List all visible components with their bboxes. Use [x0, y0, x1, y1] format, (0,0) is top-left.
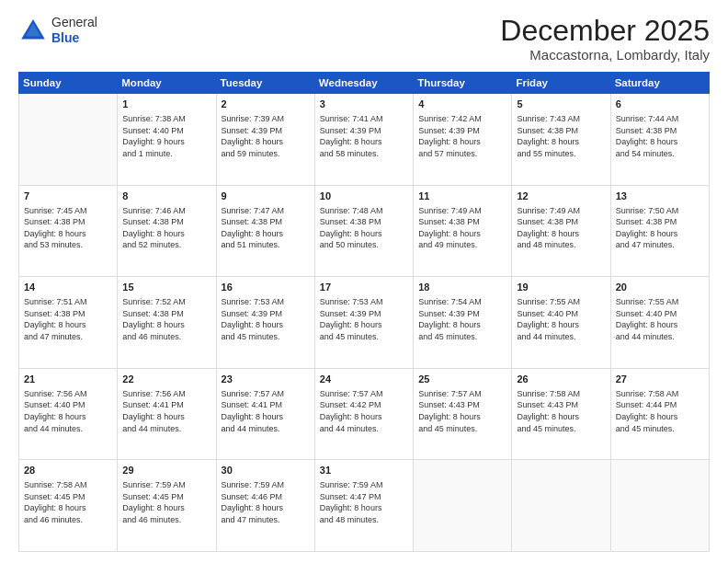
- calendar-cell: 5Sunrise: 7:43 AM Sunset: 4:38 PM Daylig…: [512, 94, 610, 186]
- calendar-cell: 19Sunrise: 7:55 AM Sunset: 4:40 PM Dayli…: [512, 277, 610, 369]
- day-info: Sunrise: 7:41 AM Sunset: 4:39 PM Dayligh…: [320, 113, 408, 159]
- calendar-cell: 20Sunrise: 7:55 AM Sunset: 4:40 PM Dayli…: [610, 277, 709, 369]
- day-info: Sunrise: 7:56 AM Sunset: 4:40 PM Dayligh…: [24, 388, 112, 434]
- calendar-cell: 22Sunrise: 7:56 AM Sunset: 4:41 PM Dayli…: [118, 368, 216, 460]
- day-number: 6: [616, 98, 704, 111]
- calendar-cell: 4Sunrise: 7:42 AM Sunset: 4:39 PM Daylig…: [414, 94, 512, 186]
- header-day-friday: Friday: [512, 73, 610, 94]
- day-number: 24: [320, 373, 408, 386]
- day-number: 18: [418, 281, 506, 294]
- day-number: 1: [122, 98, 210, 111]
- day-number: 16: [222, 281, 310, 294]
- week-row-3: 14Sunrise: 7:51 AM Sunset: 4:38 PM Dayli…: [19, 277, 710, 369]
- logo: General Blue: [18, 15, 97, 46]
- day-number: 3: [320, 98, 408, 111]
- calendar-cell: 31Sunrise: 7:59 AM Sunset: 4:47 PM Dayli…: [314, 460, 413, 552]
- calendar-cell: 14Sunrise: 7:51 AM Sunset: 4:38 PM Dayli…: [19, 277, 118, 369]
- day-number: 20: [616, 281, 704, 294]
- calendar-cell: 17Sunrise: 7:53 AM Sunset: 4:39 PM Dayli…: [314, 277, 413, 369]
- day-info: Sunrise: 7:51 AM Sunset: 4:38 PM Dayligh…: [24, 296, 112, 342]
- day-info: Sunrise: 7:48 AM Sunset: 4:38 PM Dayligh…: [320, 205, 408, 251]
- day-info: Sunrise: 7:42 AM Sunset: 4:39 PM Dayligh…: [418, 113, 506, 159]
- calendar-table: SundayMondayTuesdayWednesdayThursdayFrid…: [18, 72, 710, 552]
- calendar-header: SundayMondayTuesdayWednesdayThursdayFrid…: [19, 73, 710, 94]
- day-info: Sunrise: 7:53 AM Sunset: 4:39 PM Dayligh…: [222, 296, 310, 342]
- calendar-cell: 21Sunrise: 7:56 AM Sunset: 4:40 PM Dayli…: [19, 368, 118, 460]
- day-number: 4: [418, 98, 506, 111]
- day-number: 19: [517, 281, 605, 294]
- day-number: 30: [222, 464, 310, 477]
- header-day-tuesday: Tuesday: [216, 73, 314, 94]
- day-info: Sunrise: 7:53 AM Sunset: 4:39 PM Dayligh…: [320, 296, 408, 342]
- calendar-cell: 6Sunrise: 7:44 AM Sunset: 4:38 PM Daylig…: [610, 94, 709, 186]
- day-info: Sunrise: 7:38 AM Sunset: 4:40 PM Dayligh…: [122, 113, 210, 159]
- header-day-sunday: Sunday: [19, 73, 118, 94]
- day-number: 23: [222, 373, 310, 386]
- header: General Blue December 2025 Maccastorna, …: [18, 15, 710, 63]
- header-day-saturday: Saturday: [610, 73, 709, 94]
- month-title: December 2025: [500, 15, 710, 47]
- calendar-cell: 24Sunrise: 7:57 AM Sunset: 4:42 PM Dayli…: [314, 368, 413, 460]
- calendar-cell: 10Sunrise: 7:48 AM Sunset: 4:38 PM Dayli…: [314, 185, 413, 277]
- day-number: 12: [517, 190, 605, 203]
- calendar-cell: 28Sunrise: 7:58 AM Sunset: 4:45 PM Dayli…: [19, 460, 118, 552]
- day-info: Sunrise: 7:49 AM Sunset: 4:38 PM Dayligh…: [517, 205, 605, 251]
- calendar-cell: 8Sunrise: 7:46 AM Sunset: 4:38 PM Daylig…: [118, 185, 216, 277]
- day-info: Sunrise: 7:43 AM Sunset: 4:38 PM Dayligh…: [517, 113, 605, 159]
- calendar-cell: 16Sunrise: 7:53 AM Sunset: 4:39 PM Dayli…: [216, 277, 314, 369]
- day-info: Sunrise: 7:59 AM Sunset: 4:46 PM Dayligh…: [222, 479, 310, 525]
- day-info: Sunrise: 7:59 AM Sunset: 4:47 PM Dayligh…: [320, 479, 408, 525]
- calendar-cell: [512, 460, 610, 552]
- calendar-cell: 15Sunrise: 7:52 AM Sunset: 4:38 PM Dayli…: [118, 277, 216, 369]
- day-number: 26: [517, 373, 605, 386]
- day-number: 15: [122, 281, 210, 294]
- calendar-cell: 30Sunrise: 7:59 AM Sunset: 4:46 PM Dayli…: [216, 460, 314, 552]
- calendar-body: 1Sunrise: 7:38 AM Sunset: 4:40 PM Daylig…: [19, 94, 710, 552]
- header-day-wednesday: Wednesday: [314, 73, 413, 94]
- week-row-2: 7Sunrise: 7:45 AM Sunset: 4:38 PM Daylig…: [19, 185, 710, 277]
- day-info: Sunrise: 7:56 AM Sunset: 4:41 PM Dayligh…: [122, 388, 210, 434]
- day-number: 27: [616, 373, 704, 386]
- day-number: 21: [24, 373, 112, 386]
- day-number: 8: [122, 190, 210, 203]
- calendar-cell: 25Sunrise: 7:57 AM Sunset: 4:43 PM Dayli…: [414, 368, 512, 460]
- calendar-cell: 12Sunrise: 7:49 AM Sunset: 4:38 PM Dayli…: [512, 185, 610, 277]
- day-number: 5: [517, 98, 605, 111]
- day-info: Sunrise: 7:49 AM Sunset: 4:38 PM Dayligh…: [418, 205, 506, 251]
- week-row-4: 21Sunrise: 7:56 AM Sunset: 4:40 PM Dayli…: [19, 368, 710, 460]
- header-day-thursday: Thursday: [414, 73, 512, 94]
- page: General Blue December 2025 Maccastorna, …: [0, 0, 728, 563]
- week-row-1: 1Sunrise: 7:38 AM Sunset: 4:40 PM Daylig…: [19, 94, 710, 186]
- logo-general-text: General: [51, 15, 97, 30]
- day-number: 11: [418, 190, 506, 203]
- calendar-cell: 2Sunrise: 7:39 AM Sunset: 4:39 PM Daylig…: [216, 94, 314, 186]
- day-number: 28: [24, 464, 112, 477]
- day-number: 10: [320, 190, 408, 203]
- calendar-cell: 3Sunrise: 7:41 AM Sunset: 4:39 PM Daylig…: [314, 94, 413, 186]
- logo-icon: [18, 16, 48, 45]
- day-number: 14: [24, 281, 112, 294]
- day-info: Sunrise: 7:57 AM Sunset: 4:43 PM Dayligh…: [418, 388, 506, 434]
- calendar-cell: 27Sunrise: 7:58 AM Sunset: 4:44 PM Dayli…: [610, 368, 709, 460]
- day-number: 9: [222, 190, 310, 203]
- calendar-cell: 18Sunrise: 7:54 AM Sunset: 4:39 PM Dayli…: [414, 277, 512, 369]
- day-info: Sunrise: 7:57 AM Sunset: 4:42 PM Dayligh…: [320, 388, 408, 434]
- header-day-monday: Monday: [118, 73, 216, 94]
- day-number: 7: [24, 190, 112, 203]
- calendar-cell: 1Sunrise: 7:38 AM Sunset: 4:40 PM Daylig…: [118, 94, 216, 186]
- calendar-cell: 29Sunrise: 7:59 AM Sunset: 4:45 PM Dayli…: [118, 460, 216, 552]
- day-info: Sunrise: 7:55 AM Sunset: 4:40 PM Dayligh…: [517, 296, 605, 342]
- day-number: 25: [418, 373, 506, 386]
- calendar-cell: [414, 460, 512, 552]
- day-number: 17: [320, 281, 408, 294]
- day-info: Sunrise: 7:58 AM Sunset: 4:45 PM Dayligh…: [24, 479, 112, 525]
- logo-text: General Blue: [51, 15, 97, 46]
- day-number: 2: [222, 98, 310, 111]
- calendar-cell: [610, 460, 709, 552]
- day-number: 22: [122, 373, 210, 386]
- day-info: Sunrise: 7:47 AM Sunset: 4:38 PM Dayligh…: [222, 205, 310, 251]
- logo-blue-text: Blue: [51, 30, 97, 46]
- calendar-cell: 23Sunrise: 7:57 AM Sunset: 4:41 PM Dayli…: [216, 368, 314, 460]
- day-info: Sunrise: 7:55 AM Sunset: 4:40 PM Dayligh…: [616, 296, 704, 342]
- day-info: Sunrise: 7:58 AM Sunset: 4:43 PM Dayligh…: [517, 388, 605, 434]
